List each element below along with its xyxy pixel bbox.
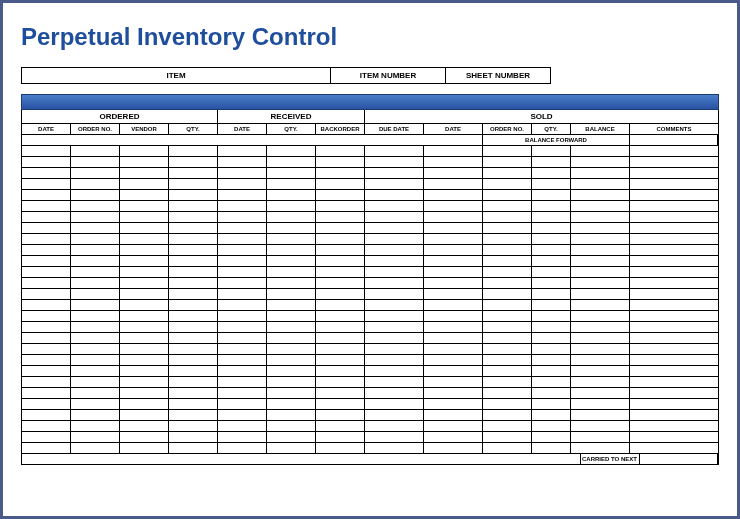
table-cell [365,421,424,431]
table-cell [218,399,267,409]
table-cell [630,432,718,442]
table-cell [532,157,571,167]
table-cell [483,344,532,354]
col-duedate: DUE DATE [365,124,424,134]
table-cell [532,432,571,442]
table-cell [22,432,71,442]
table-cell [120,311,169,321]
table-cell [630,201,718,211]
table-cell [169,443,218,453]
table-cell [71,234,120,244]
table-cell [169,399,218,409]
data-rows-container [21,146,719,454]
section-sold: SOLD [365,110,718,123]
table-cell [267,223,316,233]
table-cell [169,377,218,387]
table-cell [630,311,718,321]
table-cell [365,311,424,321]
table-cell [424,322,483,332]
table-row [21,333,719,344]
table-cell [71,443,120,453]
table-cell [267,399,316,409]
table-cell [267,234,316,244]
table-cell [365,146,424,156]
table-cell [316,289,365,299]
table-cell [71,168,120,178]
table-cell [267,168,316,178]
balfwd-last [630,135,718,145]
table-cell [316,256,365,266]
table-cell [483,223,532,233]
table-cell [630,212,718,222]
table-cell [218,432,267,442]
table-cell [316,201,365,211]
table-cell [267,443,316,453]
table-cell [316,322,365,332]
col-date-sold: DATE [424,124,483,134]
table-cell [365,344,424,354]
table-cell [571,344,630,354]
table-cell [532,388,571,398]
table-cell [218,355,267,365]
table-cell [365,333,424,343]
table-cell [424,179,483,189]
table-cell [71,300,120,310]
table-cell [169,157,218,167]
table-cell [71,201,120,211]
table-cell [630,300,718,310]
table-cell [424,432,483,442]
table-cell [532,366,571,376]
table-cell [424,234,483,244]
table-cell [169,234,218,244]
table-cell [483,333,532,343]
table-cell [316,366,365,376]
table-cell [169,421,218,431]
table-cell [532,333,571,343]
table-cell [532,168,571,178]
table-cell [532,267,571,277]
table-cell [169,311,218,321]
table-cell [571,157,630,167]
table-cell [365,278,424,288]
table-cell [630,333,718,343]
table-cell [424,146,483,156]
table-cell [571,432,630,442]
table-cell [532,245,571,255]
table-cell [218,311,267,321]
table-cell [267,333,316,343]
col-date-ordered: DATE [22,124,71,134]
table-cell [22,289,71,299]
table-cell [267,179,316,189]
table-cell [22,344,71,354]
table-cell [571,179,630,189]
table-cell [71,267,120,277]
table-cell [218,234,267,244]
balance-forward-row: BALANCE FORWARD [21,135,719,146]
table-cell [365,300,424,310]
table-cell [120,245,169,255]
table-cell [22,201,71,211]
table-cell [120,234,169,244]
table-cell [483,278,532,288]
table-cell [483,377,532,387]
table-cell [120,443,169,453]
table-cell [532,146,571,156]
table-cell [316,344,365,354]
table-cell [365,179,424,189]
table-cell [424,223,483,233]
table-cell [22,410,71,420]
table-cell [483,388,532,398]
table-cell [22,223,71,233]
table-cell [267,201,316,211]
table-cell [169,410,218,420]
table-row [21,245,719,256]
table-cell [218,267,267,277]
table-row [21,168,719,179]
table-cell [71,256,120,266]
table-cell [424,366,483,376]
table-row [21,322,719,333]
table-cell [316,212,365,222]
table-cell [22,443,71,453]
table-cell [630,377,718,387]
table-row [21,157,719,168]
